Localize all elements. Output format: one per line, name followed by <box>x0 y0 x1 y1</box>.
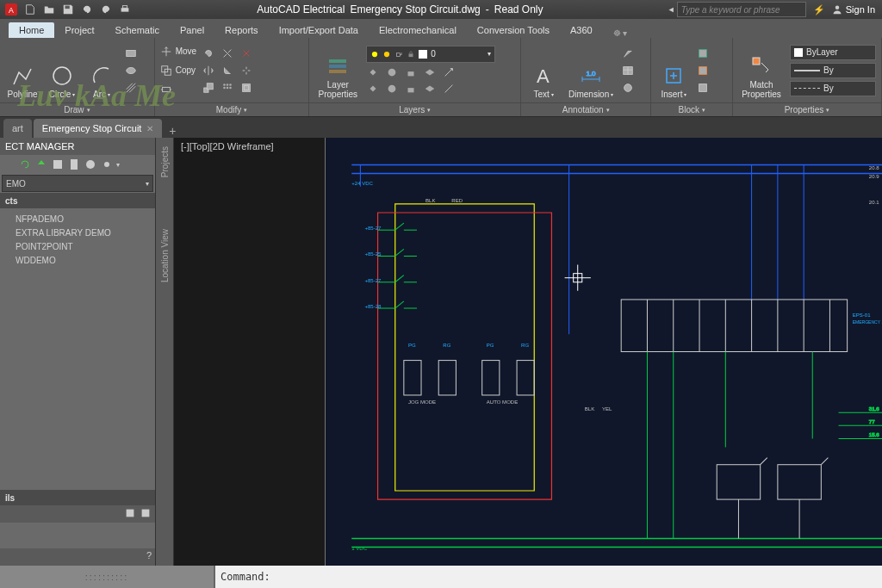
file-tab-active[interactable]: Emergency Stop Circuit ✕ <box>34 119 163 138</box>
pm-item-extralib[interactable]: EXTRA LIBRARY DEMO <box>0 226 155 239</box>
layer-match-icon[interactable] <box>442 65 456 79</box>
tab-panel[interactable]: Panel <box>170 22 214 38</box>
layer-lock-icon[interactable] <box>404 65 418 79</box>
pm-section-ils[interactable]: ils <box>0 490 155 505</box>
app-menu-icon[interactable]: A <box>3 2 19 17</box>
polyline-button[interactable]: Polyline <box>5 41 40 99</box>
layer-unlock-icon[interactable] <box>404 82 418 96</box>
infocenter-icon[interactable]: ⚡ <box>813 4 825 15</box>
explode-icon[interactable] <box>239 64 253 77</box>
tab-electromechanical[interactable]: Electromechanical <box>369 22 467 38</box>
new-icon[interactable] <box>22 2 38 17</box>
pm-save-icon[interactable] <box>51 158 65 171</box>
tab-conversion[interactable]: Conversion Tools <box>467 22 560 38</box>
array-icon[interactable] <box>220 81 234 95</box>
copy-button[interactable]: Copy <box>160 62 196 79</box>
pm-up-icon[interactable] <box>34 158 48 171</box>
layerprop-label: Layer Properties <box>319 80 358 99</box>
command-prompt[interactable]: Command: <box>215 571 270 583</box>
offset-icon[interactable] <box>239 81 253 95</box>
tab-home[interactable]: Home <box>9 22 54 38</box>
layer-dropdown[interactable]: 0 ▾ <box>366 46 495 63</box>
layer-freeze-icon[interactable] <box>385 65 399 79</box>
tab-a360[interactable]: A360 <box>560 22 603 38</box>
pm-project-dropdown[interactable]: EMO▾ <box>2 175 153 192</box>
panel-modify: Move Copy Modify <box>155 38 310 116</box>
hatch-icon[interactable] <box>124 81 138 95</box>
mirror-icon[interactable] <box>202 64 215 77</box>
svg-text:PG: PG <box>408 343 416 348</box>
edit-attr-icon[interactable] <box>696 81 710 95</box>
side-tab-location[interactable]: Location View <box>160 229 170 282</box>
erase-icon[interactable] <box>239 46 253 60</box>
side-tab-projects[interactable]: Projects <box>160 146 170 177</box>
circle-button[interactable]: Circle <box>45 41 79 99</box>
pm-report-icon[interactable] <box>67 158 81 171</box>
scale-icon[interactable] <box>202 81 215 95</box>
tab-reports[interactable]: Reports <box>214 22 269 38</box>
print-icon[interactable] <box>117 2 133 17</box>
pm-section-projects[interactable]: cts <box>0 193 155 208</box>
quick-access-toolbar: A <box>3 2 133 17</box>
rect-icon[interactable] <box>124 46 138 60</box>
pm-item-p2p[interactable]: POINT2POINT <box>0 239 155 253</box>
layer-uniso-icon[interactable] <box>423 82 437 96</box>
table-icon[interactable] <box>621 64 635 77</box>
pm-foot-icon-2[interactable] <box>140 507 152 519</box>
svg-text:77: 77 <box>869 419 875 424</box>
tab-schematic[interactable]: Schematic <box>105 22 170 38</box>
text-button[interactable]: A Text <box>526 41 561 99</box>
close-tab-icon[interactable]: ✕ <box>146 124 153 133</box>
pm-refresh-icon[interactable] <box>18 158 32 171</box>
annotation-extra-icon[interactable] <box>621 81 635 95</box>
signin-button[interactable]: Sign In <box>832 4 875 15</box>
layer-on-icon[interactable] <box>366 82 380 96</box>
layer-thaw-icon[interactable] <box>385 82 399 96</box>
dimension-button[interactable]: 1.0 Dimension <box>566 41 616 99</box>
pm-footer <box>0 505 155 523</box>
create-block-icon[interactable] <box>696 46 710 60</box>
command-handle[interactable]: :::::::::: <box>0 566 215 588</box>
save-icon[interactable] <box>60 2 76 17</box>
color-dropdown[interactable]: ByLayer <box>790 45 876 60</box>
tab-project[interactable]: Project <box>54 22 104 38</box>
trim-icon[interactable] <box>220 46 234 60</box>
layer-prev-icon[interactable] <box>442 82 456 96</box>
open-icon[interactable] <box>41 2 57 17</box>
lineweight-dropdown[interactable]: By <box>790 63 876 78</box>
pm-foot-icon-1[interactable] <box>124 507 136 519</box>
file-tab-0[interactable]: art <box>3 119 32 138</box>
fillet-icon[interactable] <box>220 64 234 77</box>
svg-point-16 <box>229 84 232 86</box>
stretch-button[interactable] <box>160 81 196 98</box>
move-button[interactable]: Move <box>160 43 196 60</box>
viewport-label[interactable]: [-][Top][2D Wireframe] <box>181 141 274 152</box>
ellipse-icon[interactable] <box>124 64 138 77</box>
rotate-icon[interactable] <box>202 46 215 60</box>
pm-new-icon[interactable] <box>2 158 16 171</box>
svg-rect-76 <box>438 361 456 395</box>
pm-item-nfpademo[interactable]: NFPADEMO <box>0 212 155 226</box>
leader-icon[interactable] <box>621 46 635 60</box>
insert-button[interactable]: Insert <box>656 41 691 99</box>
edit-block-icon[interactable] <box>696 64 710 77</box>
pm-item-wddemo[interactable]: WDDEMO <box>0 253 155 267</box>
layer-iso-icon[interactable] <box>423 65 437 79</box>
pm-publish-icon[interactable] <box>84 158 97 171</box>
layer-properties-button[interactable]: Layer Properties <box>314 41 361 99</box>
undo-icon[interactable] <box>79 2 95 17</box>
new-tab-button[interactable]: + <box>164 124 181 138</box>
svg-text:+85-27: +85-27 <box>364 278 382 283</box>
help-search-input[interactable]: Type a keyword or phrase <box>677 2 806 17</box>
pm-question-icon[interactable]: ? <box>146 550 152 564</box>
match-properties-button[interactable]: Match Properties <box>738 41 785 99</box>
linetype-dropdown[interactable]: By <box>790 81 876 96</box>
ribbon-launcher-icon[interactable]: ☸ ▾ <box>613 28 628 38</box>
tab-import-export[interactable]: Import/Export Data <box>269 22 369 38</box>
svg-rect-43 <box>71 159 78 170</box>
redo-icon[interactable] <box>98 2 114 17</box>
pm-settings-icon[interactable] <box>100 158 114 171</box>
drawing-viewport[interactable]: +24 VDC 20.8 20.9 1 VDC BLK RED <box>325 138 882 566</box>
arc-button[interactable]: Arc <box>84 41 119 99</box>
layer-off-icon[interactable] <box>366 65 380 79</box>
